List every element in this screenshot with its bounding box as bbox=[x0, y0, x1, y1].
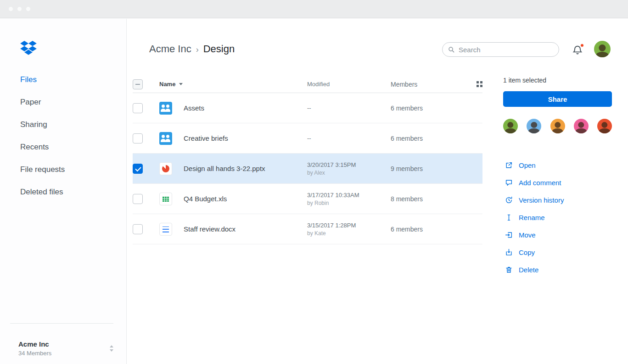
member-avatar[interactable] bbox=[527, 119, 541, 133]
comment-icon bbox=[505, 179, 513, 187]
team-name: Acme Inc bbox=[18, 340, 110, 348]
row-checkbox[interactable] bbox=[133, 164, 143, 174]
panel-action[interactable]: Delete bbox=[503, 261, 612, 278]
column-header-name[interactable]: Name bbox=[159, 81, 175, 88]
sidebar-item[interactable]: Recents bbox=[0, 136, 126, 158]
file-actions: Open Add comment Version history bbox=[503, 156, 612, 278]
search-input[interactable] bbox=[459, 46, 553, 54]
action-label: Add comment bbox=[519, 179, 561, 187]
sidebar-item-label: Paper bbox=[20, 98, 41, 107]
action-label: Copy bbox=[519, 248, 535, 256]
window-control-dot[interactable] bbox=[17, 6, 22, 11]
main-content: Acme Inc › Design bbox=[127, 19, 628, 364]
team-selector-stepper[interactable] bbox=[110, 345, 116, 352]
row-checkbox[interactable] bbox=[133, 194, 143, 204]
content-area: Name Modified Members bbox=[127, 76, 628, 278]
dropbox-logo[interactable] bbox=[20, 41, 37, 56]
sidebar-item[interactable]: Sharing bbox=[0, 113, 126, 136]
modified-date: 3/20/2017 3:15PM bbox=[307, 161, 391, 168]
window-control-dot[interactable] bbox=[8, 6, 13, 11]
file-type-icon bbox=[159, 162, 172, 175]
chevron-down-icon bbox=[110, 349, 113, 352]
team-member-count: 34 Members bbox=[18, 350, 110, 357]
column-header-modified[interactable]: Modified bbox=[307, 81, 391, 88]
panel-action[interactable]: Open bbox=[503, 156, 612, 174]
team-selector[interactable]: Acme Inc 34 Members bbox=[18, 340, 116, 357]
select-all-checkbox[interactable] bbox=[133, 79, 143, 89]
file-type-icon bbox=[159, 102, 172, 115]
action-label: Delete bbox=[519, 266, 538, 274]
file-row[interactable]: Q4 Budget.xls 3/17/2017 10:33AM by Robin… bbox=[133, 184, 482, 214]
file-type-icon bbox=[159, 223, 172, 236]
file-row[interactable]: Creative briefs -- 6 members bbox=[133, 123, 482, 154]
modified-by: by Alex bbox=[307, 170, 391, 176]
member-count: 6 members bbox=[391, 105, 460, 112]
sidebar-item[interactable]: File requests bbox=[0, 158, 126, 181]
file-name: Creative briefs bbox=[184, 134, 228, 142]
table-header: Name Modified Members bbox=[133, 76, 482, 93]
user-avatar[interactable] bbox=[594, 41, 611, 57]
modified-date: 3/15/2017 1:28PM bbox=[307, 222, 391, 229]
copy-icon bbox=[505, 248, 513, 256]
action-label: Version history bbox=[519, 196, 564, 204]
grid-view-icon[interactable] bbox=[477, 81, 482, 87]
panel-action[interactable]: Rename bbox=[503, 209, 612, 226]
window-control-dot[interactable] bbox=[26, 6, 31, 11]
main-header: Acme Inc › Design bbox=[127, 19, 628, 76]
delete-icon bbox=[505, 266, 513, 274]
window-titlebar bbox=[0, 0, 628, 18]
sidebar-item-label: Sharing bbox=[20, 120, 47, 129]
table-body: Assets -- 6 members bbox=[133, 93, 482, 244]
share-button[interactable]: Share bbox=[503, 91, 612, 107]
sidebar-item[interactable]: Paper bbox=[0, 91, 126, 113]
file-name: Staff review.docx bbox=[184, 225, 236, 233]
member-count: 6 members bbox=[391, 135, 460, 142]
row-checkbox[interactable] bbox=[133, 103, 143, 113]
rename-icon bbox=[505, 214, 513, 221]
notification-badge bbox=[580, 44, 584, 47]
panel-action[interactable]: Copy bbox=[503, 243, 612, 261]
modified-date: -- bbox=[307, 135, 391, 142]
modified-date: -- bbox=[307, 105, 391, 111]
modified-date: 3/17/2017 10:33AM bbox=[307, 192, 391, 199]
member-avatar[interactable] bbox=[597, 119, 612, 133]
action-label: Rename bbox=[519, 214, 545, 221]
sidebar-item-label: File requests bbox=[20, 165, 65, 174]
modified-by: by Robin bbox=[307, 200, 391, 206]
search-icon bbox=[448, 46, 455, 53]
breadcrumb-parent[interactable]: Acme Inc bbox=[149, 43, 191, 55]
member-avatar[interactable] bbox=[550, 119, 565, 133]
file-row[interactable]: Assets -- 6 members bbox=[133, 93, 482, 123]
member-count: 6 members bbox=[391, 226, 460, 233]
sidebar-item[interactable]: Files bbox=[0, 68, 126, 91]
panel-action[interactable]: Add comment bbox=[503, 174, 612, 191]
breadcrumb-separator-icon: › bbox=[196, 45, 199, 55]
member-count: 8 members bbox=[391, 195, 460, 203]
panel-action[interactable]: Version history bbox=[503, 191, 612, 209]
sidebar-nav: Files Paper Sharing Recents File request… bbox=[0, 68, 126, 203]
history-icon bbox=[505, 196, 513, 204]
member-count: 9 members bbox=[391, 165, 460, 172]
row-checkbox[interactable] bbox=[133, 224, 143, 234]
sort-caret-icon bbox=[179, 83, 183, 85]
file-type-icon bbox=[159, 193, 172, 205]
row-checkbox[interactable] bbox=[133, 133, 143, 143]
file-name: Q4 Budget.xls bbox=[184, 195, 227, 203]
file-name: Assets bbox=[184, 104, 204, 112]
sidebar-divider bbox=[10, 323, 113, 324]
column-header-members[interactable]: Members bbox=[391, 81, 460, 88]
breadcrumb-current: Design bbox=[203, 43, 235, 55]
notifications-bell-icon[interactable] bbox=[572, 44, 583, 56]
member-avatar[interactable] bbox=[503, 119, 518, 133]
search-box[interactable] bbox=[442, 42, 559, 57]
member-avatar[interactable] bbox=[574, 119, 589, 133]
file-table: Name Modified Members bbox=[133, 76, 482, 244]
selection-status: 1 item selected bbox=[503, 76, 612, 85]
move-icon bbox=[505, 231, 513, 239]
sidebar: Files Paper Sharing Recents File request… bbox=[0, 19, 127, 364]
file-row[interactable]: Staff review.docx 3/15/2017 1:28PM by Ka… bbox=[133, 214, 482, 244]
panel-action[interactable]: Move bbox=[503, 226, 612, 243]
action-label: Open bbox=[519, 161, 536, 169]
file-row[interactable]: Design all hands 3-22.pptx 3/20/2017 3:1… bbox=[133, 154, 482, 184]
sidebar-item[interactable]: Deleted files bbox=[0, 181, 126, 203]
